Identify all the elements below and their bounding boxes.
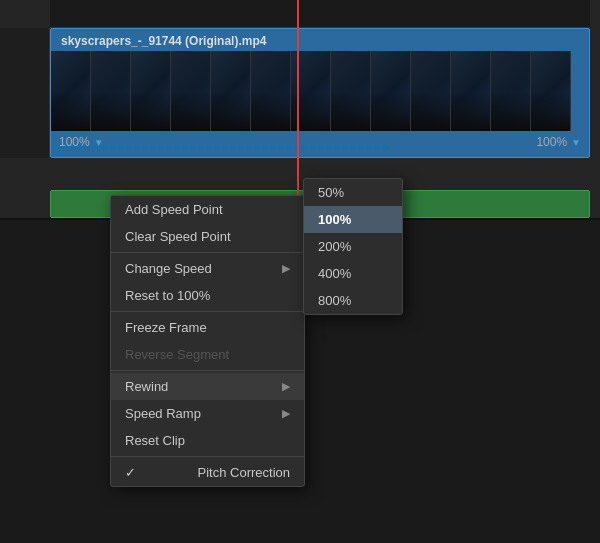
- submenu-arrow-icon: ▶: [282, 407, 290, 420]
- film-frame: [51, 51, 91, 131]
- menu-separator: [111, 252, 304, 253]
- menu-item-clear-speed-point[interactable]: Clear Speed Point: [111, 223, 304, 250]
- menu-item-label: Speed Ramp: [125, 406, 201, 421]
- film-frame: [371, 51, 411, 131]
- context-menu: Add Speed Point Clear Speed Point Change…: [110, 195, 305, 487]
- submenu-rewind: 50% 100% 200% 400% 800%: [303, 178, 403, 315]
- menu-item-label: Rewind: [125, 379, 168, 394]
- submenu-item-label: 800%: [318, 293, 351, 308]
- track-arrows: ▶▶▶▶▶▶▶▶▶▶▶▶▶▶▶▶▶▶▶▶▶▶▶▶▶▶▶▶▶▶▶▶▶▶▶▶▶▶▶▶…: [51, 137, 589, 155]
- speed-label-right: 100% ▼: [536, 135, 581, 149]
- film-frame: [131, 51, 171, 131]
- menu-item-label: Reset to 100%: [125, 288, 210, 303]
- submenu-item-200pct[interactable]: 200%: [304, 233, 402, 260]
- menu-item-reverse-segment: Reverse Segment: [111, 341, 304, 368]
- speed-arrow-right: ▼: [571, 137, 581, 148]
- menu-item-speed-ramp[interactable]: Speed Ramp ▶: [111, 400, 304, 427]
- submenu-item-400pct[interactable]: 400%: [304, 260, 402, 287]
- speed-value-left: 100%: [59, 135, 90, 149]
- menu-item-label: Pitch Correction: [198, 465, 290, 480]
- playhead: [297, 0, 299, 218]
- menu-item-add-speed-point[interactable]: Add Speed Point: [111, 196, 304, 223]
- film-strip: [51, 51, 589, 131]
- film-frame: [451, 51, 491, 131]
- menu-item-label: Add Speed Point: [125, 202, 223, 217]
- speed-label-left: 100% ▼: [59, 135, 104, 149]
- film-frame: [491, 51, 531, 131]
- timeline-container: skyscrapers_-_91744 (Original).mp4 ▶▶▶▶▶…: [0, 0, 600, 220]
- speed-value-right: 100%: [536, 135, 567, 149]
- speed-arrow-left: ▼: [94, 137, 104, 148]
- film-frame: [411, 51, 451, 131]
- menu-separator: [111, 311, 304, 312]
- menu-item-label: Reverse Segment: [125, 347, 229, 362]
- submenu-item-label: 400%: [318, 266, 351, 281]
- timeline-ruler: [50, 0, 590, 28]
- menu-separator: [111, 456, 304, 457]
- film-frame: [251, 51, 291, 131]
- menu-item-label: Reset Clip: [125, 433, 185, 448]
- menu-item-reset-clip[interactable]: Reset Clip: [111, 427, 304, 454]
- submenu-item-label: 200%: [318, 239, 351, 254]
- menu-item-reset-100[interactable]: Reset to 100%: [111, 282, 304, 309]
- track-header: [0, 28, 50, 158]
- film-frame: [91, 51, 131, 131]
- film-frame: [331, 51, 371, 131]
- menu-item-freeze-frame[interactable]: Freeze Frame: [111, 314, 304, 341]
- menu-item-label: Clear Speed Point: [125, 229, 231, 244]
- menu-item-rewind[interactable]: Rewind ▶: [111, 373, 304, 400]
- film-frame: [531, 51, 571, 131]
- menu-item-pitch-correction[interactable]: ✓ Pitch Correction: [111, 459, 304, 486]
- arrow-indicator: ▶▶▶▶▶▶▶▶▶▶▶▶▶▶▶▶▶▶▶▶▶▶▶▶▶▶▶▶▶▶▶▶▶▶▶▶▶▶▶▶…: [55, 141, 391, 152]
- submenu-item-label: 100%: [318, 212, 351, 227]
- film-frame: [171, 51, 211, 131]
- menu-item-label: Freeze Frame: [125, 320, 207, 335]
- submenu-item-50pct[interactable]: 50%: [304, 179, 402, 206]
- track-filename: skyscrapers_-_91744 (Original).mp4: [61, 34, 266, 48]
- film-frame: [211, 51, 251, 131]
- menu-separator: [111, 370, 304, 371]
- submenu-item-800pct[interactable]: 800%: [304, 287, 402, 314]
- submenu-item-100pct[interactable]: 100%: [304, 206, 402, 233]
- checkmark-icon: ✓: [125, 465, 136, 480]
- menu-item-label: Change Speed: [125, 261, 212, 276]
- submenu-arrow-icon: ▶: [282, 380, 290, 393]
- submenu-item-label: 50%: [318, 185, 344, 200]
- menu-item-change-speed[interactable]: Change Speed ▶: [111, 255, 304, 282]
- video-track[interactable]: skyscrapers_-_91744 (Original).mp4 ▶▶▶▶▶…: [50, 28, 590, 158]
- submenu-arrow-icon: ▶: [282, 262, 290, 275]
